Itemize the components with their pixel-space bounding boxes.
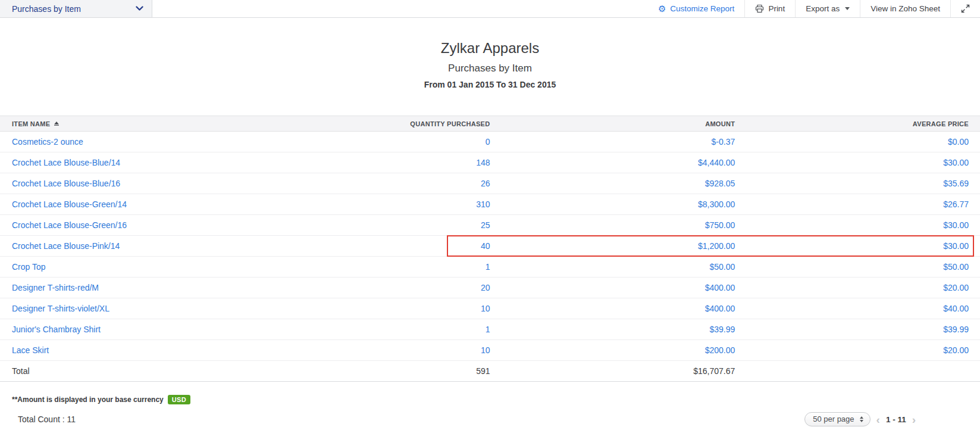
total-amount-cell: $16,707.67	[490, 366, 735, 376]
select-stepper-icon	[860, 416, 863, 422]
pagination: 50 per page ‹ 1 - 11 ›	[804, 412, 980, 426]
item-name-cell[interactable]: Crochet Lace Blouse-Blue/16	[0, 179, 304, 188]
amount-cell[interactable]: $4,440.00	[490, 158, 735, 167]
amount-cell[interactable]: $8,300.00	[490, 200, 735, 209]
toolbar-actions: ⚙ Customize Report Print Export as Vie	[648, 0, 980, 17]
average-price-cell[interactable]: $20.00	[735, 345, 980, 355]
item-name-cell[interactable]: Crochet Lace Blouse-Blue/14	[0, 158, 304, 167]
amount-cell[interactable]: $200.00	[490, 345, 735, 355]
item-name-cell[interactable]: Crochet Lace Blouse-Pink/14	[0, 241, 304, 251]
table-row: Junior's Chambray Shirt 1 $39.99 $39.99	[0, 319, 980, 340]
table-row: Cosmetics-2 ounce 0 $-0.37 $0.00	[0, 132, 980, 152]
quantity-cell[interactable]: 40	[304, 241, 490, 251]
toolbar: Purchases by Item ⚙ Customize Report Pri…	[0, 0, 980, 18]
amount-cell[interactable]: $928.05	[490, 179, 735, 188]
sort-ascending-icon	[54, 121, 59, 126]
quantity-cell[interactable]: 1	[304, 325, 490, 334]
report-title: Purchases by Item	[0, 63, 980, 74]
average-price-cell[interactable]: $35.69	[735, 179, 980, 188]
total-label-cell: Total	[0, 366, 304, 376]
average-price-cell[interactable]: $50.00	[735, 262, 980, 272]
table-row: Crochet Lace Blouse-Green/16 25 $750.00 …	[0, 215, 980, 236]
table-row: Crochet Lace Blouse-Green/14 310 $8,300.…	[0, 194, 980, 215]
table-header-row: ITEM NAME QUANTITY PURCHASED AMOUNT AVER…	[0, 116, 980, 132]
column-header-average-price[interactable]: AVERAGE PRICE	[735, 120, 980, 127]
quantity-cell[interactable]: 20	[304, 283, 490, 292]
customize-report-label: Customize Report	[670, 4, 734, 13]
amount-cell[interactable]: $1,200.00	[490, 241, 735, 251]
table-row: Designer T-shirts-violet/XL 10 $400.00 $…	[0, 298, 980, 319]
expand-icon	[961, 4, 970, 13]
item-name-cell[interactable]: Junior's Chambray Shirt	[0, 325, 304, 334]
expand-fullscreen-button[interactable]	[950, 0, 980, 17]
report-date-range: From 01 Jan 2015 To 31 Dec 2015	[0, 79, 980, 90]
table-body: Cosmetics-2 ounce 0 $-0.37 $0.00 Crochet…	[0, 132, 980, 361]
table-row: Designer T-shirts-red/M 20 $400.00 $20.0…	[0, 278, 980, 298]
average-price-cell[interactable]: $30.00	[735, 220, 980, 230]
column-header-quantity[interactable]: QUANTITY PURCHASED	[304, 120, 490, 127]
previous-page-button[interactable]: ‹	[876, 414, 880, 425]
table-row: Crochet Lace Blouse-Blue/16 26 $928.05 $…	[0, 173, 980, 194]
amount-cell[interactable]: $39.99	[490, 325, 735, 334]
quantity-cell[interactable]: 148	[304, 158, 490, 167]
company-name: Zylkar Apparels	[0, 40, 980, 57]
customize-report-button[interactable]: ⚙ Customize Report	[648, 0, 745, 17]
print-button[interactable]: Print	[744, 0, 795, 17]
export-as-label: Export as	[806, 4, 840, 13]
average-price-cell[interactable]: $30.00	[735, 241, 980, 251]
amount-cell[interactable]: $750.00	[490, 220, 735, 230]
average-price-cell[interactable]: $26.77	[735, 200, 980, 209]
item-name-cell[interactable]: Designer T-shirts-red/M	[0, 283, 304, 292]
average-price-cell[interactable]: $20.00	[735, 283, 980, 292]
per-page-select[interactable]: 50 per page	[804, 412, 870, 426]
item-name-cell[interactable]: Designer T-shirts-violet/XL	[0, 304, 304, 313]
purchases-table: ITEM NAME QUANTITY PURCHASED AMOUNT AVER…	[0, 116, 980, 382]
currency-footnote: **Amount is displayed in your base curre…	[0, 395, 980, 404]
average-price-cell[interactable]: $0.00	[735, 137, 980, 147]
column-header-amount[interactable]: AMOUNT	[490, 120, 735, 127]
table-row: Crochet Lace Blouse-Pink/14 40 $1,200.00…	[0, 236, 980, 257]
item-name-cell[interactable]: Lace Skirt	[0, 345, 304, 355]
average-price-cell[interactable]: $39.99	[735, 325, 980, 334]
chevron-down-icon	[136, 6, 143, 11]
table-row: Crochet Lace Blouse-Blue/14 148 $4,440.0…	[0, 152, 980, 173]
print-label: Print	[768, 4, 785, 13]
export-as-button[interactable]: Export as	[795, 0, 860, 17]
caret-down-icon	[845, 7, 850, 10]
quantity-cell[interactable]: 25	[304, 220, 490, 230]
quantity-cell[interactable]: 1	[304, 262, 490, 272]
currency-badge: USD	[168, 395, 190, 404]
view-in-zoho-sheet-button[interactable]: View in Zoho Sheet	[860, 0, 950, 17]
quantity-cell[interactable]: 10	[304, 345, 490, 355]
report-header: Zylkar Apparels Purchases by Item From 0…	[0, 18, 980, 90]
view-in-zoho-sheet-label: View in Zoho Sheet	[871, 4, 940, 13]
average-price-cell[interactable]: $30.00	[735, 158, 980, 167]
bottom-bar: Total Count : 11 50 per page ‹ 1 - 11 ›	[0, 412, 980, 426]
item-name-cell[interactable]: Crochet Lace Blouse-Green/14	[0, 200, 304, 209]
average-price-cell[interactable]: $40.00	[735, 304, 980, 313]
amount-cell[interactable]: $-0.37	[490, 137, 735, 147]
currency-note-text: **Amount is displayed in your base curre…	[12, 395, 164, 404]
printer-icon	[755, 4, 764, 13]
item-name-cell[interactable]: Cosmetics-2 ounce	[0, 137, 304, 147]
per-page-value: 50 per page	[813, 415, 854, 423]
amount-cell[interactable]: $50.00	[490, 262, 735, 272]
column-header-item-name[interactable]: ITEM NAME	[0, 120, 304, 127]
item-name-cell[interactable]: Crop Top	[0, 262, 304, 272]
quantity-cell[interactable]: 0	[304, 137, 490, 147]
next-page-button[interactable]: ›	[912, 414, 916, 425]
total-quantity-cell: 591	[304, 366, 490, 376]
item-name-cell[interactable]: Crochet Lace Blouse-Green/16	[0, 220, 304, 230]
page-range-label: 1 - 11	[886, 415, 906, 424]
table-row: Lace Skirt 10 $200.00 $20.00	[0, 340, 980, 361]
quantity-cell[interactable]: 26	[304, 179, 490, 188]
quantity-cell[interactable]: 10	[304, 304, 490, 313]
quantity-cell[interactable]: 310	[304, 200, 490, 209]
item-name-header-label: ITEM NAME	[12, 120, 50, 127]
total-count-label: Total Count : 11	[0, 415, 76, 424]
amount-cell[interactable]: $400.00	[490, 283, 735, 292]
report-selector-dropdown[interactable]: Purchases by Item	[0, 0, 152, 17]
table-total-row: Total 591 $16,707.67	[0, 361, 980, 382]
table-row: Crop Top 1 $50.00 $50.00	[0, 257, 980, 278]
amount-cell[interactable]: $400.00	[490, 304, 735, 313]
